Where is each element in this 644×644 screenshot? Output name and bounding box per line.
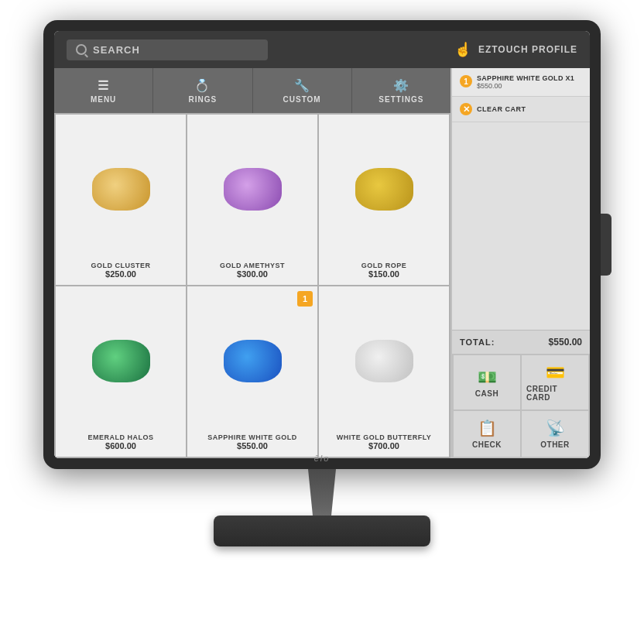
other-button[interactable]: 📡 OTHER [522, 411, 588, 457]
quantity-badge-sapphire: 1 [297, 291, 313, 307]
check-icon: 📋 [478, 419, 497, 437]
product-price-emerald-halos: $600.00 [105, 441, 136, 450]
monitor: SEARCH ☝ EZTOUCH PROFILE ☰ MENU [43, 20, 601, 624]
cash-label: CASH [475, 389, 498, 398]
tab-custom-label: CUSTOM [283, 95, 321, 104]
tab-rings-label: RINGS [189, 95, 218, 104]
cart-item-1: 1 SAPPHIRE WHITE GOLD X1 $550.00 [452, 68, 590, 97]
product-price-gold-amethyst: $300.00 [237, 269, 268, 279]
product-name-emerald-halos: EMERALD HALOS [88, 433, 154, 441]
product-emerald-halos[interactable]: EMERALD HALOS $600.00 [56, 286, 186, 457]
cash-button[interactable]: 💵 CASH [454, 355, 520, 409]
monitor-base [214, 516, 430, 546]
total-amount: $550.00 [549, 337, 582, 348]
credit-card-icon: 💳 [546, 363, 565, 382]
check-label: CHECK [472, 440, 502, 449]
other-icon: 📡 [546, 419, 565, 437]
search-label: SEARCH [93, 44, 140, 56]
custom-icon: 🔧 [294, 78, 310, 93]
credit-card-label: CREDIT CARD [526, 385, 584, 402]
total-label: TOTAL: [460, 337, 495, 347]
cash-icon: 💵 [478, 368, 497, 386]
product-image-gold-rope [324, 121, 444, 257]
product-name-sapphire: SAPPHIRE WHITE GOLD [207, 433, 297, 441]
profile-label: EZTOUCH PROFILE [478, 44, 577, 55]
side-attachment [601, 214, 611, 276]
total-row: TOTAL: $550.00 [452, 330, 590, 354]
product-white-gold-butterfly[interactable]: WHITE GOLD BUTTERFLY $700.00 [319, 286, 449, 457]
clear-icon: ✕ [460, 103, 472, 115]
menu-icon: ☰ [98, 78, 109, 93]
product-gold-amethyst[interactable]: GOLD AMETHYST $300.00 [187, 115, 317, 285]
product-name-butterfly: WHITE GOLD BUTTERFLY [337, 433, 432, 441]
right-panel: 1 SAPPHIRE WHITE GOLD X1 $550.00 ✕ CLEAR… [450, 68, 590, 458]
product-image-butterfly [324, 293, 444, 429]
tab-menu-label: MENU [91, 95, 116, 104]
product-sapphire-white-gold[interactable]: 1 SAPPHIRE WHITE GOLD $550.00 [187, 286, 317, 457]
tab-menu[interactable]: ☰ MENU [54, 68, 153, 113]
nav-tabs: ☰ MENU 💍 RINGS 🔧 CUSTOM ⚙️ [54, 68, 450, 113]
cart-item-info: SAPPHIRE WHITE GOLD X1 $550.00 [477, 74, 582, 90]
search-icon [76, 44, 87, 55]
product-grid: GOLD CLUSTER $250.00 GOLD AMETHYST $300.… [54, 113, 450, 458]
product-image-gold-amethyst [192, 121, 313, 257]
product-image-sapphire [192, 293, 313, 429]
settings-icon: ⚙️ [393, 78, 409, 93]
main-content: ☰ MENU 💍 RINGS 🔧 CUSTOM ⚙️ [54, 68, 590, 458]
product-price-gold-rope: $150.00 [368, 269, 399, 279]
brand-logo: ēlo [314, 454, 331, 463]
check-button[interactable]: 📋 CHECK [454, 411, 520, 457]
screen: SEARCH ☝ EZTOUCH PROFILE ☰ MENU [54, 31, 590, 458]
cart-spacer [452, 122, 590, 330]
tab-settings-label: SETTINGS [379, 95, 423, 104]
clear-cart-label: CLEAR CART [477, 105, 526, 113]
tab-custom[interactable]: 🔧 CUSTOM [253, 68, 352, 113]
monitor-bezel: SEARCH ☝ EZTOUCH PROFILE ☰ MENU [43, 20, 601, 469]
left-panel: ☰ MENU 💍 RINGS 🔧 CUSTOM ⚙️ [54, 68, 450, 458]
touch-icon: ☝ [454, 41, 472, 58]
clear-cart-button[interactable]: ✕ CLEAR CART [452, 97, 590, 122]
other-label: OTHER [540, 440, 570, 449]
product-image-emerald-halos [60, 293, 181, 429]
top-bar: SEARCH ☝ EZTOUCH PROFILE [54, 31, 590, 68]
product-price-butterfly: $700.00 [368, 441, 399, 450]
credit-card-button[interactable]: 💳 CREDIT CARD [522, 355, 588, 409]
search-box[interactable]: SEARCH [67, 39, 268, 60]
product-name-gold-amethyst: GOLD AMETHYST [220, 262, 285, 269]
product-price-sapphire: $550.00 [237, 441, 268, 450]
product-name-gold-cluster: GOLD CLUSTER [91, 262, 151, 269]
rings-icon: 💍 [194, 78, 211, 93]
tab-settings[interactable]: ⚙️ SETTINGS [352, 68, 450, 113]
cart-item-number: 1 [460, 75, 472, 87]
product-name-gold-rope: GOLD ROPE [361, 262, 407, 269]
eztouch-profile: ☝ EZTOUCH PROFILE [454, 41, 577, 58]
product-gold-cluster[interactable]: GOLD CLUSTER $250.00 [56, 115, 186, 285]
payment-grid: 💵 CASH 💳 CREDIT CARD 📋 CHECK 📡 [452, 354, 590, 458]
product-price-gold-cluster: $250.00 [105, 269, 136, 279]
monitor-neck [299, 469, 345, 516]
tab-rings[interactable]: 💍 RINGS [153, 68, 252, 113]
product-image-gold-cluster [60, 121, 181, 257]
cart-item-price: $550.00 [477, 82, 582, 90]
cart-item-name: SAPPHIRE WHITE GOLD X1 [477, 74, 582, 82]
product-gold-rope[interactable]: GOLD ROPE $150.00 [319, 115, 449, 285]
